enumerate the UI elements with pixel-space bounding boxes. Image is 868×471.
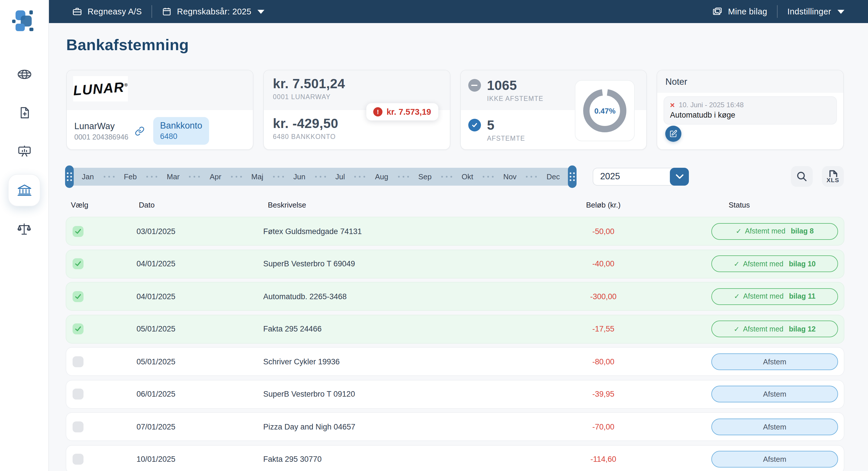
- table-row[interactable]: 04/01/2025 SuperB Vesterbro T 69049 -40,…: [66, 250, 844, 277]
- month-aug[interactable]: Aug: [375, 172, 388, 181]
- checkmark-icon: ✓: [734, 260, 740, 268]
- status-reconciled-badge[interactable]: ✓Afstemt med bilag 11: [711, 288, 838, 305]
- month-okt[interactable]: Okt: [462, 172, 473, 181]
- reconciled-percent: 0.47%: [581, 86, 629, 135]
- table-header: Vælg Dato Beskrivelse Beløb (kr.) Status: [66, 201, 844, 209]
- row-checkbox[interactable]: [72, 258, 84, 269]
- table-row[interactable]: 10/01/2025 Fakta 295 30770 -114,60 Afste…: [66, 445, 844, 471]
- bankafstemning-page: Regneasy A/S Regnskabsår: 2025: [0, 0, 868, 471]
- sidebar-item-reports[interactable]: [0, 132, 49, 171]
- month-separator-dots: [483, 176, 494, 177]
- table-row[interactable]: 05/01/2025 Schriver Cykler 19936 -80,00 …: [66, 348, 844, 375]
- status-reconciled-badge[interactable]: ✓Afstemt med bilag 8: [711, 223, 838, 239]
- summary-cards: LUNAR® LunarWay 0001 204386946: [66, 70, 844, 150]
- table-body: 03/01/2025 Føtex Guldsmedgade 74131 -50,…: [66, 217, 844, 471]
- range-handle-left[interactable]: [65, 165, 74, 188]
- year-dropdown-button[interactable]: [670, 168, 689, 185]
- month-maj[interactable]: Maj: [251, 172, 264, 181]
- row-checkbox[interactable]: [72, 323, 84, 334]
- month-separator-dots: [441, 176, 452, 177]
- fiscal-year-label: Regnskabsår: 2025: [177, 7, 251, 16]
- scales-icon: [17, 221, 32, 236]
- afstem-button[interactable]: Afstem: [711, 353, 838, 370]
- afstem-button[interactable]: Afstem: [711, 451, 838, 468]
- sidebar-item-overview[interactable]: [0, 55, 49, 93]
- row-amount: -40,00: [553, 259, 654, 268]
- images-icon: [712, 6, 723, 17]
- row-checkbox[interactable]: [72, 291, 84, 302]
- fiscal-year-selector[interactable]: Regnskabsår: 2025: [162, 6, 265, 17]
- row-date: 04/01/2025: [135, 259, 262, 268]
- ledger-account-chip[interactable]: Bankkonto 6480: [153, 117, 209, 145]
- globe-icon: [17, 67, 32, 81]
- col-header-status: Status: [654, 201, 844, 209]
- month-bar-track: JanFebMarAprMajJunJulAugSepOktNovDec: [82, 172, 560, 181]
- row-checkbox[interactable]: [72, 454, 84, 465]
- sidebar: [0, 0, 49, 471]
- sidebar-item-bank[interactable]: [0, 171, 49, 209]
- month-mar[interactable]: Mar: [167, 172, 180, 181]
- table-row[interactable]: 06/01/2025 SuperB Vesterbro T 09120 -39,…: [66, 380, 844, 408]
- app-logo-icon[interactable]: [11, 7, 37, 32]
- month-feb[interactable]: Feb: [124, 172, 137, 181]
- active-nav-card: [8, 174, 40, 206]
- row-description: SuperB Vesterbro T 09120: [262, 390, 553, 399]
- row-checkbox[interactable]: [72, 388, 84, 400]
- search-button[interactable]: [791, 166, 813, 187]
- notes-title: Noter: [665, 77, 687, 87]
- month-apr[interactable]: Apr: [210, 172, 221, 181]
- afstem-button[interactable]: Afstem: [711, 418, 838, 435]
- row-amount: -80,00: [553, 357, 654, 366]
- bank-balance: kr. 7.501,24: [273, 76, 441, 92]
- row-checkbox[interactable]: [72, 226, 84, 237]
- month-sep[interactable]: Sep: [418, 172, 431, 181]
- year-dropdown[interactable]: 2025: [593, 168, 689, 185]
- link-icon: [135, 126, 145, 136]
- row-description: Automatudb. 2265-3468: [262, 292, 553, 301]
- table-row[interactable]: 04/01/2025 Automatudb. 2265-3468 -300,00…: [66, 283, 844, 310]
- month-range-slider: JanFebMarAprMajJunJulAugSepOktNovDec: [66, 168, 576, 185]
- table-row[interactable]: 05/01/2025 Fakta 295 24466 -17,55 ✓Afste…: [66, 315, 844, 343]
- delete-note-icon[interactable]: ×: [670, 101, 675, 108]
- settings-menu[interactable]: Indstillinger: [787, 7, 844, 16]
- export-xls-button[interactable]: XLS: [822, 166, 844, 187]
- row-date: 10/01/2025: [135, 455, 262, 464]
- month-separator-dots: [231, 176, 242, 177]
- month-dec[interactable]: Dec: [547, 172, 560, 181]
- status-reconciled-badge[interactable]: ✓Afstemt med bilag 12: [711, 321, 838, 337]
- status-reconciled-badge[interactable]: ✓Afstemt med bilag 10: [711, 255, 838, 272]
- row-description: SuperB Vesterbro T 69049: [262, 259, 553, 268]
- month-jul[interactable]: Jul: [336, 172, 345, 181]
- row-checkbox[interactable]: [72, 421, 84, 432]
- range-handle-right[interactable]: [568, 165, 577, 188]
- settings-label: Indstillinger: [787, 7, 831, 16]
- edit-note-button[interactable]: [665, 126, 682, 142]
- row-description: Føtex Guldsmedgade 74131: [262, 227, 553, 235]
- row-date: 05/01/2025: [135, 325, 262, 333]
- checkmark-icon: ✓: [736, 227, 742, 235]
- sidebar-item-balance[interactable]: [0, 209, 49, 248]
- table-row[interactable]: 07/01/2025 Pizza Day and Nigh 04657 -70,…: [66, 413, 844, 440]
- search-icon: [796, 170, 808, 183]
- sidebar-item-new-document[interactable]: [0, 93, 49, 132]
- sidebar-nav: [0, 55, 49, 248]
- progress-donut: 0.47%: [575, 80, 635, 141]
- note-text: Automatudb i køge: [670, 111, 831, 119]
- month-jan[interactable]: Jan: [82, 172, 94, 181]
- mine-bilag-button[interactable]: Mine bilag: [712, 6, 767, 17]
- month-nov[interactable]: Nov: [503, 172, 516, 181]
- note-item: × 10. Juni - 2025 16:48 Automatudb i køg…: [664, 96, 837, 124]
- bank-account-number: 0001 204386946: [74, 133, 128, 141]
- row-checkbox[interactable]: [72, 356, 84, 367]
- chevron-down-icon: [837, 9, 844, 13]
- row-description: Schriver Cykler 19936: [262, 357, 553, 366]
- month-separator-dots: [103, 176, 114, 177]
- table-row[interactable]: 03/01/2025 Føtex Guldsmedgade 74131 -50,…: [66, 217, 844, 245]
- bank-balance-label: 0001 LUNARWAY: [273, 93, 441, 100]
- month-jun[interactable]: Jun: [293, 172, 306, 181]
- company-selector[interactable]: Regneasy A/S: [72, 6, 142, 17]
- topbar-divider: [777, 5, 778, 18]
- checkmark-icon: ✓: [734, 292, 740, 300]
- checkmark-icon: [74, 227, 82, 235]
- afstem-button[interactable]: Afstem: [711, 386, 838, 403]
